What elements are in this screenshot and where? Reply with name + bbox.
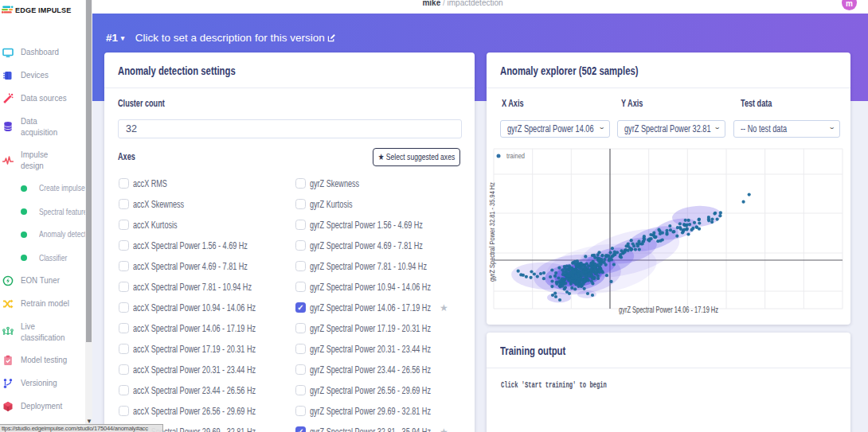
svg-text:gyrZ Spectral Power 14.06 - 17: gyrZ Spectral Power 14.06 - 17.19 Hz [619, 305, 718, 314]
svg-text:trained: trained [506, 152, 525, 160]
svg-text:gyrZ Spectral Power 32.81 - 3: gyrZ Spectral Power 32.81 - 35.94 Hz [488, 182, 496, 282]
